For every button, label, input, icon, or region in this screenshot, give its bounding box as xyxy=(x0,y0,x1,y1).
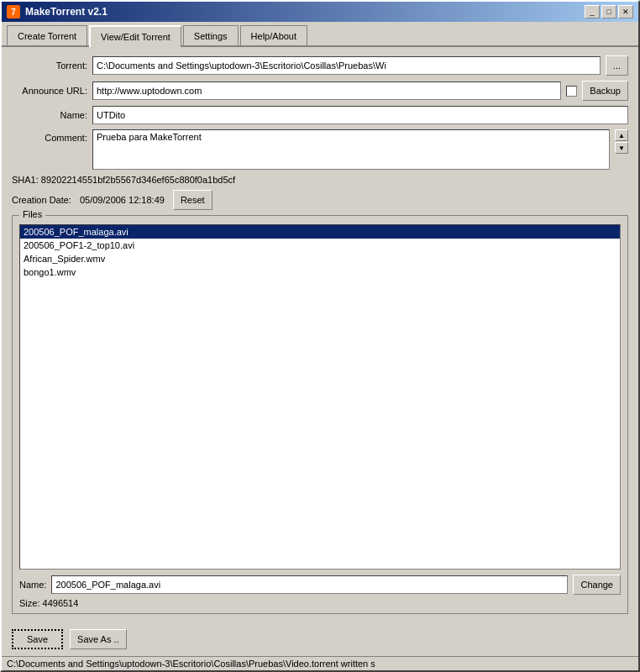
comment-label: Comment: xyxy=(12,129,87,143)
announce-checkbox[interactable] xyxy=(566,86,577,97)
title-bar-left: 7 MakeTorrent v2.1 xyxy=(7,5,108,18)
torrent-label: Torrent: xyxy=(12,60,87,71)
file-name-row: Name: Change xyxy=(19,575,621,595)
list-item[interactable]: African_Spider.wmv xyxy=(20,252,620,265)
comment-row: Comment: Prueba para MakeTorrent ▲ ▼ xyxy=(12,129,628,170)
size-row: Size: 4496514 xyxy=(19,598,621,608)
name-label: Name: xyxy=(12,110,87,120)
creation-date-value: 05/09/2006 12:18:49 xyxy=(80,195,165,205)
comment-scrollbar: ▲ ▼ xyxy=(615,129,628,154)
title-bar: 7 MakeTorrent v2.1 _ □ ✕ xyxy=(2,2,638,22)
date-reset-row: Creation Date: 05/09/2006 12:18:49 Reset xyxy=(12,190,628,210)
minimize-button[interactable]: _ xyxy=(585,5,600,18)
status-bar: C:\Documents and Settings\uptodown-3\Esc… xyxy=(2,656,638,670)
maximize-button[interactable]: □ xyxy=(601,5,616,18)
size-label: Size: xyxy=(19,598,39,608)
announce-row: Announce URL: Backup xyxy=(12,81,628,101)
reset-button[interactable]: Reset xyxy=(173,190,212,210)
tab-view-edit-torrent[interactable]: View/Edit Torrent xyxy=(89,25,181,47)
title-controls: _ □ ✕ xyxy=(585,5,633,18)
file-name-label: Name: xyxy=(19,580,46,590)
file-name-input[interactable] xyxy=(51,575,568,594)
sha1-value: 89202214551bf2b5567d346ef65c880f0a1bd5cf xyxy=(41,175,235,185)
creation-date-label: Creation Date: xyxy=(12,195,71,205)
save-button[interactable]: Save xyxy=(12,629,63,649)
torrent-browse-button[interactable]: ... xyxy=(606,55,628,76)
tab-settings[interactable]: Settings xyxy=(183,25,239,45)
files-group-label: Files xyxy=(19,209,45,219)
save-as-button[interactable]: Save As .. xyxy=(70,629,127,649)
change-button[interactable]: Change xyxy=(573,575,621,595)
list-item[interactable]: bongo1.wmv xyxy=(20,265,620,279)
app-icon: 7 xyxy=(7,5,20,18)
files-group: Files 200506_POF_malaga.avi 200506_POF1-… xyxy=(12,215,628,614)
name-input[interactable] xyxy=(92,106,628,124)
close-button[interactable]: ✕ xyxy=(618,5,633,18)
main-window: 7 MakeTorrent v2.1 _ □ ✕ Create Torrent … xyxy=(0,0,640,672)
bottom-buttons: Save Save As .. xyxy=(2,622,638,656)
name-row: Name: xyxy=(12,106,628,124)
tab-help-about[interactable]: Help/About xyxy=(240,25,307,45)
announce-label: Announce URL: xyxy=(12,86,87,96)
tabs-bar: Create Torrent View/Edit Torrent Setting… xyxy=(2,22,638,47)
files-group-inner: 200506_POF_malaga.avi 200506_POF1-2_top1… xyxy=(13,216,627,613)
backup-button[interactable]: Backup xyxy=(582,81,628,101)
sha1-label: SHA1: xyxy=(12,175,39,185)
comment-textarea[interactable]: Prueba para MakeTorrent xyxy=(92,129,610,170)
torrent-input[interactable] xyxy=(92,56,601,75)
tab-create-torrent[interactable]: Create Torrent xyxy=(7,25,87,45)
main-content: Torrent: ... Announce URL: Backup Name: … xyxy=(2,47,638,622)
scroll-down-button[interactable]: ▼ xyxy=(615,142,628,154)
announce-input[interactable] xyxy=(92,81,561,100)
list-item[interactable]: 200506_POF1-2_top10.avi xyxy=(20,239,620,252)
list-item[interactable]: 200506_POF_malaga.avi xyxy=(20,225,620,239)
scroll-up-button[interactable]: ▲ xyxy=(615,129,628,141)
torrent-row: Torrent: ... xyxy=(12,55,628,76)
files-list[interactable]: 200506_POF_malaga.avi 200506_POF1-2_top1… xyxy=(19,224,621,570)
sha1-line: SHA1: 89202214551bf2b5567d346ef65c880f0a… xyxy=(12,175,628,185)
window-title: MakeTorrent v2.1 xyxy=(25,6,108,18)
size-value: 4496514 xyxy=(43,598,79,608)
